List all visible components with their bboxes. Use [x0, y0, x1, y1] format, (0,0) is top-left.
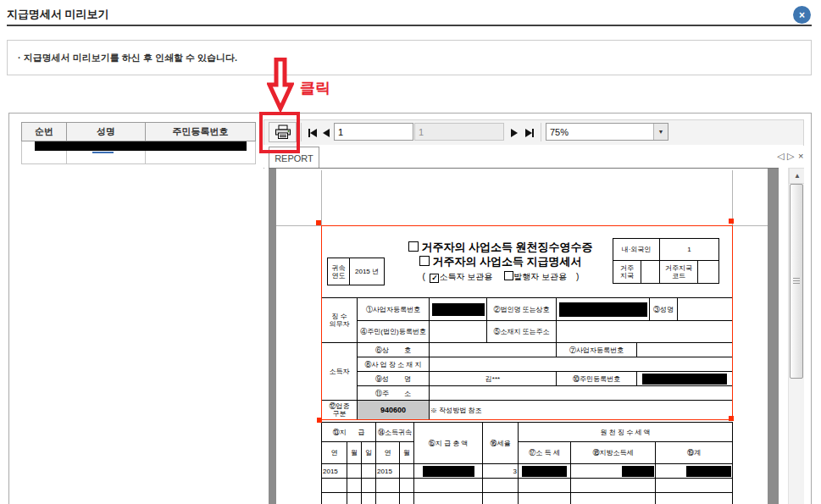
- scroll-up-icon: ▲: [794, 172, 801, 180]
- scroll-up-button[interactable]: ▲: [789, 168, 804, 184]
- vertical-scrollbar[interactable]: ▲: [788, 168, 804, 504]
- report-viewport: 거주자의 사업소득 원천징수영수증 거주자의 사업소득 지급명세서 ( ✓소득자…: [264, 168, 804, 504]
- click-annotation-label: 클릭: [300, 78, 330, 98]
- toolbar-separator: [541, 123, 541, 141]
- selection-rectangle[interactable]: [321, 225, 733, 420]
- report-tabbar: REPORT ◁ ▷ ×: [263, 145, 803, 169]
- red-arrow-annotation: [267, 58, 294, 112]
- tax-rate: 3: [483, 464, 519, 479]
- pay-year: 2015: [322, 464, 347, 479]
- scrollbar-grip: [793, 278, 800, 285]
- toolbar-separator: [301, 123, 302, 141]
- previous-page-button[interactable]: [319, 125, 333, 140]
- close-icon: ×: [799, 9, 805, 21]
- next-page-button[interactable]: [507, 125, 521, 140]
- col-header: ⑯세율: [483, 423, 519, 464]
- redacted-value: [423, 466, 474, 477]
- col-header-seq: 순번: [22, 123, 67, 141]
- tab-close-icon[interactable]: ×: [798, 150, 803, 162]
- report-toolbar: 1 75% ▼: [263, 119, 804, 146]
- col-header: 월: [400, 442, 414, 464]
- zoom-value: 75%: [550, 127, 653, 137]
- close-button[interactable]: ×: [793, 6, 811, 24]
- name-link-underline: [92, 152, 114, 153]
- preview-panel: 순번 성명 주민등록번호: [8, 113, 812, 504]
- col-header: ⑱지방소득세: [571, 442, 656, 464]
- col-header: 연: [376, 442, 400, 464]
- page-total-field: 1: [414, 123, 504, 141]
- selection-handle-top-left[interactable]: [316, 220, 321, 225]
- col-header: 일: [362, 442, 376, 464]
- margin-guide-vertical-right: [732, 170, 733, 225]
- col-header: ⑲계: [656, 442, 733, 464]
- notice-text: · 지급명세서 미리보기를 하신 후 인쇄할 수 있습니다.: [18, 52, 237, 64]
- margin-guide-vertical-left: [321, 170, 322, 225]
- col-header: ⑰소 득 세: [519, 442, 571, 464]
- report-page: 거주자의 사업소득 원천징수영수증 거주자의 사업소득 지급명세서 ( ✓소득자…: [276, 169, 768, 504]
- col-header-ssn: 주민등록번호: [146, 123, 256, 141]
- col-header-name: 성명: [67, 123, 146, 141]
- redacted-value: [522, 466, 567, 477]
- payment-statement-preview-window: 지급명세서 미리보기 × · 지급명세서 미리보기를 하신 후 인쇄할 수 있습…: [0, 0, 821, 504]
- zoom-select[interactable]: 75% ▼: [546, 123, 668, 141]
- last-page-button[interactable]: [522, 125, 536, 140]
- col-header: 연: [322, 442, 347, 464]
- chevron-down-icon[interactable]: ▼: [653, 124, 668, 140]
- title-divider: [7, 25, 812, 26]
- tab-scroll-right-icon[interactable]: ▷: [787, 150, 794, 162]
- selection-handle-top-right[interactable]: [729, 219, 734, 224]
- scrollbar-thumb[interactable]: [790, 184, 803, 379]
- page-number-input[interactable]: [334, 123, 413, 141]
- col-header: ⑬지 급: [322, 423, 376, 442]
- col-header: ⑮지 급 총 액: [414, 423, 483, 464]
- redacted-value: [686, 466, 731, 477]
- notice-box: · 지급명세서 미리보기를 하신 후 인쇄할 수 있습니다.: [7, 40, 812, 75]
- redacted-person-row: [35, 141, 247, 151]
- attr-year: 2015: [376, 464, 400, 479]
- selection-handle-bottom-right[interactable]: [729, 416, 734, 421]
- tab-scroll-left-icon[interactable]: ◁: [777, 150, 784, 162]
- previous-page-icon: [323, 129, 330, 137]
- payment-table: ⑬지 급 ⑭소득귀속 ⑮지 급 총 액 ⑯세율 원 천 징 수 세 액 연 월 …: [321, 422, 733, 504]
- page-shadow: [768, 169, 779, 504]
- page-title: 지급명세서 미리보기: [7, 7, 109, 22]
- col-header: 월: [347, 442, 362, 464]
- last-page-icon: [525, 129, 532, 137]
- page-left-edge: [269, 168, 276, 504]
- next-page-icon: [511, 129, 518, 137]
- print-button-highlight-box: [259, 112, 300, 153]
- first-page-button[interactable]: [305, 125, 319, 140]
- col-header: ⑭소득귀속: [376, 423, 414, 442]
- col-header: 원 천 징 수 세 액: [519, 423, 733, 442]
- redacted-value: [622, 466, 654, 477]
- selection-handle-bottom-left[interactable]: [317, 418, 322, 423]
